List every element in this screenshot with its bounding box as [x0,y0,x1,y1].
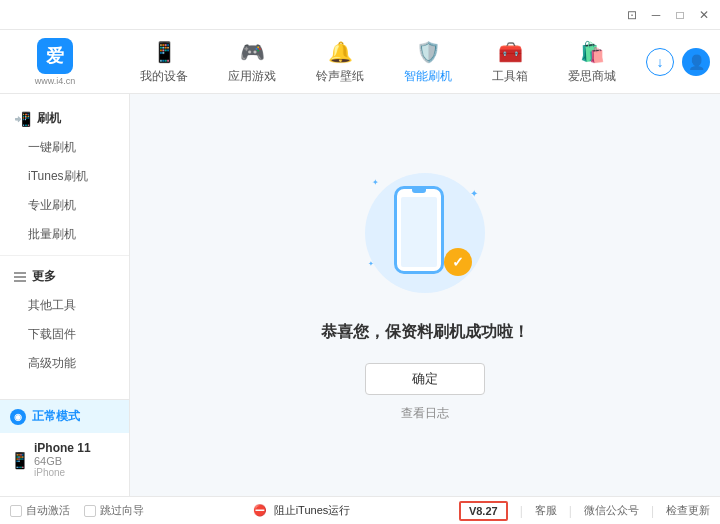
view-log-link[interactable]: 查看日志 [401,405,449,422]
my-device-icon: 📱 [150,38,178,66]
sidebar-more-label: 更多 [32,268,56,285]
auto-activate-checkbox[interactable]: 自动激活 [10,503,70,518]
bottom-right: V8.27 | 客服 | 微信公众号 | 检查更新 [459,501,710,521]
sidebar-item-pro-flash[interactable]: 专业刷机 [0,191,129,220]
stop-icon: ⛔ [253,504,267,516]
bottom-left: 自动激活 跳过向导 [10,503,144,518]
header: 爱 www.i4.cn 📱 我的设备 🎮 应用游戏 🔔 铃声壁纸 🛡️ 智能刷机… [0,30,720,94]
tools-icon: 🧰 [496,38,524,66]
skip-guide-checkbox[interactable]: 跳过向导 [84,503,144,518]
sidebar-item-advanced[interactable]: 高级功能 [0,349,129,378]
device-type: iPhone [34,467,91,478]
more-lines-icon [14,272,26,282]
nav-smart-flash[interactable]: 🛡️ 智能刷机 [384,32,472,91]
itunes-flash-label: iTunes刷机 [28,169,88,183]
close-icon[interactable]: ✕ [696,7,712,23]
content-area: ✓ ✦ ✦ ✦ 恭喜您，保资料刷机成功啦！ 确定 查看日志 [130,94,720,496]
bottom-bar: 自动激活 跳过向导 ⛔ 阻止iTunes运行 V8.27 | 客服 | 微信公众… [0,496,720,524]
auto-activate-checkbox-box[interactable] [10,505,22,517]
phone-notch [412,189,426,193]
nav-ringtone[interactable]: 🔔 铃声壁纸 [296,32,384,91]
sidebar-item-itunes-flash[interactable]: iTunes刷机 [0,162,129,191]
nav-my-device[interactable]: 📱 我的设备 [120,32,208,91]
wechat-link[interactable]: 微信公众号 [584,503,639,518]
nav-apps-games[interactable]: 🎮 应用游戏 [208,32,296,91]
logo-icon: 爱 [37,38,73,74]
sidebar-divider [0,255,129,256]
download-button[interactable]: ↓ [646,48,674,76]
phone-icon: 📲 [14,111,31,127]
nav-smart-flash-label: 智能刷机 [404,68,452,85]
restore-icon[interactable]: ⊡ [624,7,640,23]
sidebar-more-section: 更多 [0,262,129,291]
success-message: 恭喜您，保资料刷机成功啦！ [321,322,529,343]
nav-bar: 📱 我的设备 🎮 应用游戏 🔔 铃声壁纸 🛡️ 智能刷机 🧰 工具箱 🛍️ 爱思… [110,32,646,91]
apps-games-icon: 🎮 [238,38,266,66]
itunes-warning: ⛔ 阻止iTunes运行 [253,504,351,516]
sidebar-flash-label: 刷机 [37,110,61,127]
minimize-icon[interactable]: ─ [648,7,664,23]
header-right: ↓ 👤 [646,48,710,76]
device-info: 📱 iPhone 11 64GB iPhone [0,433,129,486]
sidebar-item-one-click[interactable]: 一键刷机 [0,133,129,162]
nav-apps-games-label: 应用游戏 [228,68,276,85]
device-details: iPhone 11 64GB iPhone [34,441,91,478]
auto-activate-label: 自动激活 [26,503,70,518]
logo[interactable]: 爱 www.i4.cn [10,38,100,86]
one-click-label: 一键刷机 [28,140,76,154]
title-bar: ⊡ ─ □ ✕ [0,0,720,30]
skip-guide-label: 跳过向导 [100,503,144,518]
device-mode-label: 正常模式 [32,408,80,425]
sidebar-item-download-firmware[interactable]: 下载固件 [0,320,129,349]
phone-screen [401,197,436,267]
window-controls[interactable]: ⊡ ─ □ ✕ [624,7,712,23]
nav-store-label: 爱思商城 [568,68,616,85]
sidebar-flash-section: 📲 刷机 [0,104,129,133]
confirm-button[interactable]: 确定 [365,363,485,395]
device-phone-icon: 📱 [10,451,28,469]
store-icon: 🛍️ [578,38,606,66]
bottom-center: ⛔ 阻止iTunes运行 [144,503,459,518]
phone-shape [394,186,444,274]
device-mode-indicator: ◉ 正常模式 [0,400,129,433]
main-layout: 📲 刷机 一键刷机 iTunes刷机 专业刷机 批量刷机 更多 其他工具 下载固… [0,94,720,496]
nav-tools-label: 工具箱 [492,68,528,85]
check-update-link[interactable]: 检查更新 [666,503,710,518]
device-name: iPhone 11 [34,441,91,455]
sidebar: 📲 刷机 一键刷机 iTunes刷机 专业刷机 批量刷机 更多 其他工具 下载固… [0,94,130,496]
device-capacity: 64GB [34,455,91,467]
maximize-icon[interactable]: □ [672,7,688,23]
success-illustration: ✓ ✦ ✦ ✦ [360,168,490,298]
user-button[interactable]: 👤 [682,48,710,76]
ringtone-icon: 🔔 [326,38,354,66]
version-badge: V8.27 [459,501,508,521]
check-badge: ✓ [444,248,472,276]
download-firmware-label: 下载固件 [28,327,76,341]
nav-store[interactable]: 🛍️ 爱思商城 [548,32,636,91]
nav-my-device-label: 我的设备 [140,68,188,85]
pro-flash-label: 专业刷机 [28,198,76,212]
logo-url: www.i4.cn [35,76,76,86]
nav-tools[interactable]: 🧰 工具箱 [472,32,548,91]
sparkle-3: ✦ [368,260,374,268]
sidebar-footer: ◉ 正常模式 📱 iPhone 11 64GB iPhone [0,399,129,486]
support-link[interactable]: 客服 [535,503,557,518]
advanced-label: 高级功能 [28,356,76,370]
nav-ringtone-label: 铃声壁纸 [316,68,364,85]
sparkle-2: ✦ [372,178,379,187]
smart-flash-icon: 🛡️ [414,38,442,66]
batch-flash-label: 批量刷机 [28,227,76,241]
mode-icon: ◉ [10,409,26,425]
sidebar-item-batch-flash[interactable]: 批量刷机 [0,220,129,249]
itunes-warning-label: 阻止iTunes运行 [274,504,351,516]
sidebar-item-other-tools[interactable]: 其他工具 [0,291,129,320]
sparkle-1: ✦ [470,188,478,199]
other-tools-label: 其他工具 [28,298,76,312]
skip-guide-checkbox-box[interactable] [84,505,96,517]
